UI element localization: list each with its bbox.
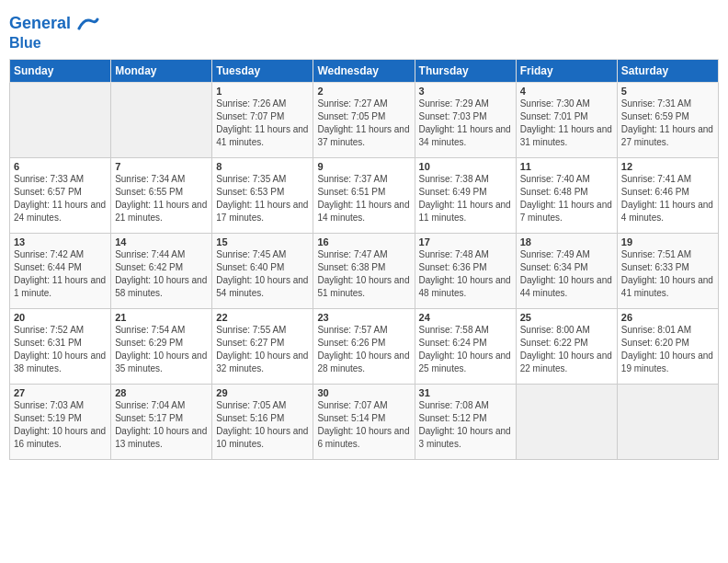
calendar-day-cell: 21Sunrise: 7:54 AM Sunset: 6:29 PM Dayli…	[111, 308, 212, 384]
day-number: 11	[520, 161, 613, 172]
calendar-day-cell: 1Sunrise: 7:26 AM Sunset: 7:07 PM Daylig…	[212, 82, 313, 157]
day-info: Sunrise: 7:40 AM Sunset: 6:48 PM Dayligh…	[520, 173, 613, 224]
day-info: Sunrise: 7:03 AM Sunset: 5:19 PM Dayligh…	[14, 399, 107, 451]
day-info: Sunrise: 7:08 AM Sunset: 5:12 PM Dayligh…	[419, 399, 512, 451]
calendar-day-cell: 28Sunrise: 7:04 AM Sunset: 5:17 PM Dayli…	[111, 384, 212, 459]
day-info: Sunrise: 7:34 AM Sunset: 6:55 PM Dayligh…	[115, 173, 208, 224]
calendar-day-cell	[10, 82, 111, 157]
calendar-day-cell: 15Sunrise: 7:45 AM Sunset: 6:40 PM Dayli…	[212, 233, 313, 308]
day-number: 29	[216, 387, 309, 398]
day-number: 31	[419, 387, 512, 398]
day-number: 3	[419, 86, 512, 97]
calendar-day-cell: 17Sunrise: 7:48 AM Sunset: 6:36 PM Dayli…	[415, 233, 516, 308]
logo-text: General	[9, 13, 99, 35]
day-info: Sunrise: 7:05 AM Sunset: 5:16 PM Dayligh…	[216, 399, 309, 451]
logo-blue: Blue	[9, 35, 99, 52]
day-number: 9	[317, 161, 410, 172]
day-info: Sunrise: 7:37 AM Sunset: 6:51 PM Dayligh…	[317, 173, 410, 224]
weekday-header-cell: Tuesday	[212, 59, 313, 82]
calendar-week-row: 20Sunrise: 7:52 AM Sunset: 6:31 PM Dayli…	[10, 308, 719, 384]
day-info: Sunrise: 8:00 AM Sunset: 6:22 PM Dayligh…	[520, 324, 613, 375]
day-number: 5	[621, 86, 714, 97]
day-number: 20	[14, 312, 107, 323]
calendar-day-cell: 9Sunrise: 7:37 AM Sunset: 6:51 PM Daylig…	[313, 157, 415, 233]
calendar-day-cell	[617, 384, 718, 459]
day-info: Sunrise: 7:35 AM Sunset: 6:53 PM Dayligh…	[216, 173, 309, 224]
weekday-header-row: SundayMondayTuesdayWednesdayThursdayFrid…	[10, 59, 719, 82]
calendar-day-cell: 25Sunrise: 8:00 AM Sunset: 6:22 PM Dayli…	[516, 308, 617, 384]
day-number: 28	[115, 387, 208, 398]
calendar-day-cell: 22Sunrise: 7:55 AM Sunset: 6:27 PM Dayli…	[212, 308, 313, 384]
day-number: 25	[520, 312, 613, 323]
calendar-day-cell: 30Sunrise: 7:07 AM Sunset: 5:14 PM Dayli…	[313, 384, 415, 459]
day-number: 17	[419, 236, 512, 247]
calendar-body: 1Sunrise: 7:26 AM Sunset: 7:07 PM Daylig…	[10, 82, 719, 459]
day-number: 14	[115, 236, 208, 247]
day-info: Sunrise: 7:07 AM Sunset: 5:14 PM Dayligh…	[317, 399, 410, 451]
calendar-day-cell: 3Sunrise: 7:29 AM Sunset: 7:03 PM Daylig…	[415, 82, 516, 157]
calendar-day-cell: 5Sunrise: 7:31 AM Sunset: 6:59 PM Daylig…	[617, 82, 718, 157]
page-header: General Blue	[9, 9, 719, 52]
day-number: 24	[419, 312, 512, 323]
day-info: Sunrise: 7:42 AM Sunset: 6:44 PM Dayligh…	[14, 248, 107, 300]
day-number: 4	[520, 86, 613, 97]
day-number: 10	[419, 161, 512, 172]
calendar-week-row: 6Sunrise: 7:33 AM Sunset: 6:57 PM Daylig…	[10, 157, 719, 233]
day-number: 15	[216, 236, 309, 247]
day-info: Sunrise: 7:48 AM Sunset: 6:36 PM Dayligh…	[419, 248, 512, 300]
weekday-header-cell: Thursday	[415, 59, 516, 82]
day-number: 8	[216, 161, 309, 172]
calendar-day-cell: 13Sunrise: 7:42 AM Sunset: 6:44 PM Dayli…	[10, 233, 111, 308]
calendar-table: SundayMondayTuesdayWednesdayThursdayFrid…	[9, 59, 719, 460]
calendar-day-cell	[516, 384, 617, 459]
calendar-day-cell: 10Sunrise: 7:38 AM Sunset: 6:49 PM Dayli…	[415, 157, 516, 233]
day-number: 16	[317, 236, 410, 247]
day-info: Sunrise: 7:31 AM Sunset: 6:59 PM Dayligh…	[621, 98, 714, 149]
calendar-day-cell: 11Sunrise: 7:40 AM Sunset: 6:48 PM Dayli…	[516, 157, 617, 233]
day-info: Sunrise: 7:52 AM Sunset: 6:31 PM Dayligh…	[14, 324, 107, 375]
day-info: Sunrise: 7:33 AM Sunset: 6:57 PM Dayligh…	[14, 173, 107, 224]
day-info: Sunrise: 7:47 AM Sunset: 6:38 PM Dayligh…	[317, 248, 410, 300]
calendar-day-cell: 14Sunrise: 7:44 AM Sunset: 6:42 PM Dayli…	[111, 233, 212, 308]
day-info: Sunrise: 7:29 AM Sunset: 7:03 PM Dayligh…	[419, 98, 512, 149]
weekday-header-cell: Monday	[111, 59, 212, 82]
day-number: 2	[317, 86, 410, 97]
weekday-header-cell: Wednesday	[313, 59, 415, 82]
calendar-day-cell: 18Sunrise: 7:49 AM Sunset: 6:34 PM Dayli…	[516, 233, 617, 308]
calendar-day-cell: 23Sunrise: 7:57 AM Sunset: 6:26 PM Dayli…	[313, 308, 415, 384]
calendar-day-cell: 4Sunrise: 7:30 AM Sunset: 7:01 PM Daylig…	[516, 82, 617, 157]
day-info: Sunrise: 7:44 AM Sunset: 6:42 PM Dayligh…	[115, 248, 208, 300]
calendar-day-cell: 19Sunrise: 7:51 AM Sunset: 6:33 PM Dayli…	[617, 233, 718, 308]
day-info: Sunrise: 7:57 AM Sunset: 6:26 PM Dayligh…	[317, 324, 410, 375]
day-number: 23	[317, 312, 410, 323]
calendar-day-cell: 16Sunrise: 7:47 AM Sunset: 6:38 PM Dayli…	[313, 233, 415, 308]
day-info: Sunrise: 8:01 AM Sunset: 6:20 PM Dayligh…	[621, 324, 714, 375]
day-number: 7	[115, 161, 208, 172]
day-number: 21	[115, 312, 208, 323]
day-number: 12	[621, 161, 714, 172]
day-info: Sunrise: 7:45 AM Sunset: 6:40 PM Dayligh…	[216, 248, 309, 300]
day-info: Sunrise: 7:58 AM Sunset: 6:24 PM Dayligh…	[419, 324, 512, 375]
calendar-day-cell: 27Sunrise: 7:03 AM Sunset: 5:19 PM Dayli…	[10, 384, 111, 459]
day-info: Sunrise: 7:49 AM Sunset: 6:34 PM Dayligh…	[520, 248, 613, 300]
calendar-day-cell: 12Sunrise: 7:41 AM Sunset: 6:46 PM Dayli…	[617, 157, 718, 233]
day-info: Sunrise: 7:04 AM Sunset: 5:17 PM Dayligh…	[115, 399, 208, 451]
day-info: Sunrise: 7:38 AM Sunset: 6:49 PM Dayligh…	[419, 173, 512, 224]
calendar-day-cell: 6Sunrise: 7:33 AM Sunset: 6:57 PM Daylig…	[10, 157, 111, 233]
day-number: 19	[621, 236, 714, 247]
day-number: 22	[216, 312, 309, 323]
day-number: 27	[14, 387, 107, 398]
day-number: 1	[216, 86, 309, 97]
calendar-week-row: 13Sunrise: 7:42 AM Sunset: 6:44 PM Dayli…	[10, 233, 719, 308]
day-info: Sunrise: 7:41 AM Sunset: 6:46 PM Dayligh…	[621, 173, 714, 224]
calendar-day-cell: 31Sunrise: 7:08 AM Sunset: 5:12 PM Dayli…	[415, 384, 516, 459]
calendar-week-row: 27Sunrise: 7:03 AM Sunset: 5:19 PM Dayli…	[10, 384, 719, 459]
calendar-day-cell	[111, 82, 212, 157]
weekday-header-cell: Sunday	[10, 59, 111, 82]
day-info: Sunrise: 7:54 AM Sunset: 6:29 PM Dayligh…	[115, 324, 208, 375]
logo: General Blue	[9, 13, 99, 52]
calendar-day-cell: 8Sunrise: 7:35 AM Sunset: 6:53 PM Daylig…	[212, 157, 313, 233]
calendar-week-row: 1Sunrise: 7:26 AM Sunset: 7:07 PM Daylig…	[10, 82, 719, 157]
calendar-day-cell: 24Sunrise: 7:58 AM Sunset: 6:24 PM Dayli…	[415, 308, 516, 384]
calendar-day-cell: 20Sunrise: 7:52 AM Sunset: 6:31 PM Dayli…	[10, 308, 111, 384]
